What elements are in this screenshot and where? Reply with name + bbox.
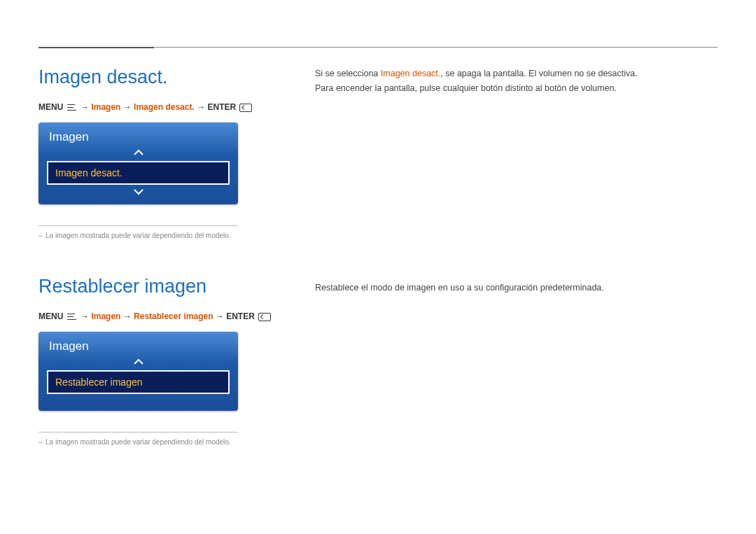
breadcrumb-menu: MENU	[38, 311, 63, 321]
right-column: Si se selecciona Imagen desact., se apag…	[315, 66, 718, 295]
chevron-up-icon[interactable]	[38, 358, 238, 367]
section2-title: Restablecer imagen	[38, 276, 276, 297]
note-text: La imagen mostrada puede variar dependie…	[46, 438, 231, 446]
note-text: La imagen mostrada puede variar dependie…	[46, 232, 231, 239]
section1-breadcrumb: MENU → Imagen → Imagen desact. → ENTER	[38, 102, 276, 112]
desc-highlight: Imagen desact.	[381, 69, 440, 78]
breadcrumb-enter: ENTER	[207, 102, 236, 112]
breadcrumb-path1: Imagen	[91, 102, 120, 112]
menu-panel-title: Imagen	[38, 122, 238, 148]
enter-icon	[239, 104, 252, 112]
section1-title: Imagen desact.	[38, 66, 276, 88]
chevron-up-icon[interactable]	[38, 148, 238, 158]
breadcrumb-arrow: →	[123, 102, 132, 112]
breadcrumb-enter: ENTER	[226, 311, 255, 321]
chevron-down-icon[interactable]	[38, 188, 238, 197]
note-divider	[38, 225, 238, 226]
note-divider	[38, 432, 238, 433]
section1-note: –La imagen mostrada puede variar dependi…	[38, 232, 276, 239]
section1-description: Si se selecciona Imagen desact., se apag…	[315, 66, 718, 81]
header-divider-accent	[38, 47, 154, 48]
left-column: Imagen desact. MENU → Imagen → Imagen de…	[38, 66, 276, 446]
enter-icon	[258, 313, 271, 321]
section2-note: –La imagen mostrada puede variar dependi…	[38, 438, 276, 446]
section2: Restablecer imagen MENU → Imagen → Resta…	[38, 276, 276, 446]
breadcrumb-arrow: →	[123, 311, 132, 321]
section2-menu-panel: Imagen Restablecer imagen	[38, 332, 238, 411]
breadcrumb-arrow: →	[80, 311, 89, 321]
breadcrumb-arrow: →	[197, 102, 205, 112]
breadcrumb-path1: Imagen	[91, 311, 120, 321]
menu-item-selected[interactable]: Imagen desact.	[47, 161, 230, 185]
breadcrumb-menu: MENU	[38, 102, 63, 112]
section2-description: Restablece el modo de imagen en uso a su…	[315, 281, 718, 295]
desc-post: , se apaga la pantalla. El volumen no se…	[440, 69, 637, 78]
breadcrumb-path2: Restablecer imagen	[134, 311, 213, 321]
section1-menu-panel: Imagen Imagen desact.	[38, 122, 238, 204]
breadcrumb-arrow: →	[216, 311, 224, 321]
menu-icon	[67, 104, 76, 111]
breadcrumb-arrow: →	[80, 102, 89, 112]
menu-panel-title: Imagen	[38, 332, 238, 358]
breadcrumb-path2: Imagen desact.	[134, 102, 195, 112]
section2-breadcrumb: MENU → Imagen → Restablecer imagen → ENT…	[38, 311, 276, 321]
menu-icon	[67, 314, 76, 321]
section1-description-line2: Para encender la pantalla, pulse cualqui…	[315, 81, 718, 96]
desc-pre: Si se selecciona	[315, 69, 381, 78]
menu-item-selected[interactable]: Restablecer imagen	[47, 370, 230, 394]
